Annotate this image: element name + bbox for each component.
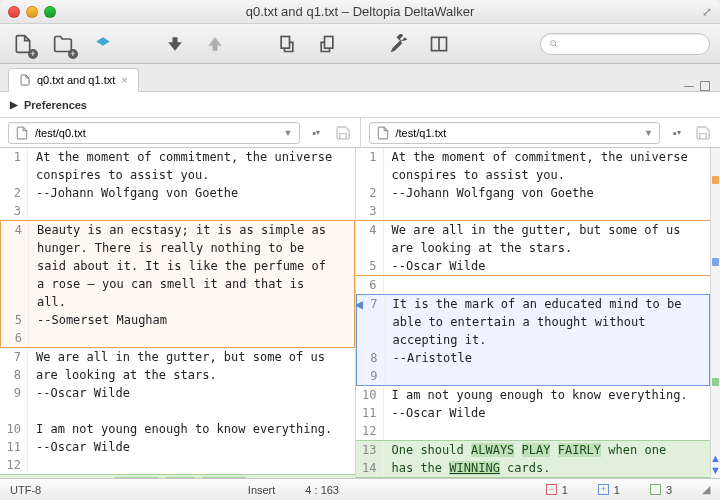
- preferences-label: Preferences: [24, 99, 87, 111]
- overview-mark-changed[interactable]: [712, 378, 719, 386]
- changed-icon: [650, 484, 661, 495]
- save-button[interactable]: [694, 124, 712, 142]
- window-controls: [8, 6, 56, 18]
- document-icon: [15, 126, 29, 140]
- file-path-bar: /test/q0.txt ▼ ▪▾ /test/q1.txt ▼ ▪▾: [0, 118, 720, 148]
- zoom-window-button[interactable]: [44, 6, 56, 18]
- diff-block-added: ◀ 7It is the mark of an educated mind to…: [356, 294, 711, 386]
- search-icon: [549, 38, 559, 50]
- copy-left-button[interactable]: [274, 31, 300, 57]
- added-count: 1: [598, 484, 620, 496]
- changed-count: 3: [650, 484, 672, 496]
- next-diff-button[interactable]: [162, 31, 188, 57]
- overview-ruler[interactable]: ▲ ▼: [710, 148, 720, 478]
- left-file-pane: /test/q0.txt ▼ ▪▾: [0, 118, 361, 147]
- overview-mark-removed[interactable]: [712, 176, 719, 184]
- left-path-input[interactable]: /test/q0.txt ▼: [8, 122, 300, 144]
- right-editor[interactable]: 1At the moment of commitment, the univer…: [356, 148, 711, 478]
- overview-mark-added[interactable]: [712, 258, 719, 266]
- plus-icon: [598, 484, 609, 495]
- svg-line-6: [555, 45, 557, 47]
- nav-up-icon[interactable]: ▲: [710, 452, 720, 464]
- window-title: q0.txt and q1.txt – Deltopia DeltaWalker: [0, 4, 720, 19]
- new-folder-button[interactable]: +: [50, 31, 76, 57]
- diff-panes: 1At the moment of commitment, the univer…: [0, 148, 720, 478]
- chevron-down-icon[interactable]: ▼: [644, 128, 653, 138]
- pane-controls: [684, 81, 710, 91]
- minimize-pane-icon[interactable]: [684, 86, 694, 87]
- diff-block-moved: 4We are all in the gutter, but some of u…: [356, 220, 711, 276]
- diff-block-removed: 4Beauty is an ecstasy; it is as simple a…: [0, 220, 355, 348]
- merge-left-arrow-icon[interactable]: ◀: [356, 295, 363, 313]
- search-box[interactable]: [540, 33, 710, 55]
- browse-folder-button[interactable]: ▪▾: [308, 124, 326, 142]
- maximize-pane-icon[interactable]: [700, 81, 710, 91]
- close-window-button[interactable]: [8, 6, 20, 18]
- svg-rect-2: [325, 36, 333, 48]
- right-path-input[interactable]: /test/q1.txt ▼: [369, 122, 661, 144]
- removed-count: 1: [546, 484, 568, 496]
- status-bar: UTF-8 Insert 4 : 163 1 1 3 ◢: [0, 478, 720, 500]
- new-file-button[interactable]: +: [10, 31, 36, 57]
- right-path-text: /test/q1.txt: [396, 127, 447, 139]
- browse-folder-button[interactable]: ▪▾: [668, 124, 686, 142]
- left-path-text: /test/q0.txt: [35, 127, 86, 139]
- preferences-bar[interactable]: ▶ Preferences: [0, 92, 720, 118]
- overview-nav: ▲ ▼: [711, 452, 720, 476]
- disclosure-triangle-icon[interactable]: ▶: [10, 99, 18, 110]
- layout-button[interactable]: [426, 31, 452, 57]
- tab-bar: q0.txt and q1.txt ×: [0, 64, 720, 92]
- settings-button[interactable]: [386, 31, 412, 57]
- search-input[interactable]: [563, 38, 701, 50]
- copy-right-button[interactable]: [314, 31, 340, 57]
- svg-rect-1: [281, 36, 289, 48]
- right-file-pane: /test/q1.txt ▼ ▪▾: [361, 118, 721, 147]
- fullscreen-icon[interactable]: ⤢: [702, 5, 712, 19]
- document-icon: [19, 74, 31, 86]
- svg-point-5: [551, 40, 556, 45]
- encoding-label[interactable]: UTF-8: [10, 484, 41, 496]
- diff-block-changed: 13One should ALWAYS PLAY FAIRLY when one…: [356, 440, 711, 478]
- file-tab[interactable]: q0.txt and q1.txt ×: [8, 68, 139, 92]
- nav-down-icon[interactable]: ▼: [710, 464, 720, 476]
- cloud-button[interactable]: [90, 31, 116, 57]
- titlebar: q0.txt and q1.txt – Deltopia DeltaWalker…: [0, 0, 720, 24]
- chevron-down-icon[interactable]: ▼: [284, 128, 293, 138]
- tab-label: q0.txt and q1.txt: [37, 74, 115, 86]
- tab-close-button[interactable]: ×: [121, 74, 127, 86]
- insert-mode-label[interactable]: Insert: [248, 484, 276, 496]
- minus-icon: [546, 484, 557, 495]
- save-button[interactable]: [334, 124, 352, 142]
- resize-grip-icon[interactable]: ◢: [702, 483, 710, 496]
- prev-diff-button[interactable]: [202, 31, 228, 57]
- document-icon: [376, 126, 390, 140]
- minimize-window-button[interactable]: [26, 6, 38, 18]
- cursor-position: 4 : 163: [305, 484, 339, 496]
- main-toolbar: + +: [0, 24, 720, 64]
- left-editor[interactable]: 1At the moment of commitment, the univer…: [0, 148, 356, 478]
- diff-block-changed: 13One should always play fairly when one…: [0, 474, 355, 478]
